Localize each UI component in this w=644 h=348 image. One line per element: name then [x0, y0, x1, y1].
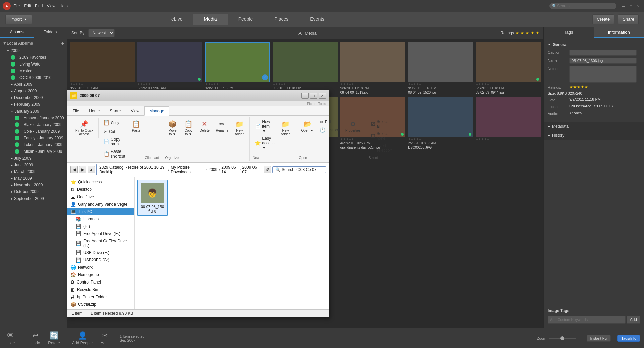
sidebar-item-micah[interactable]: Micah - January 2009	[0, 148, 67, 155]
fe-tree-item-8[interactable]: 💾FreeAgent GoFlex Drive (L:)	[67, 237, 134, 249]
tags-info-button[interactable]: Tags/Info	[617, 335, 640, 342]
fe-refresh-button[interactable]: ↺	[264, 166, 271, 173]
ribbon-tab-home[interactable]: Home	[84, 106, 105, 115]
ribbon-easyaccess-btn[interactable]: ⭐ Easy access ▼	[252, 135, 277, 151]
fe-tree-item-11[interactable]: 🌐Network	[67, 264, 134, 271]
caption-input[interactable]	[569, 50, 637, 56]
sidebar-item-december-2009[interactable]: ▶ December 2009	[0, 94, 67, 101]
history-header[interactable]: ▶ History	[544, 131, 644, 140]
sidebar-tab-albums[interactable]: Albums	[0, 27, 34, 38]
create-button[interactable]: Create	[592, 14, 614, 24]
path-part-2[interactable]: My Picture Downloads	[171, 165, 204, 174]
fe-up-button[interactable]: ▲	[88, 166, 95, 173]
ribbon-pasteshortcut-btn[interactable]: 📋 Paste shortcut	[101, 148, 128, 160]
path-part-5[interactable]: 2009 06 07	[242, 165, 259, 174]
sidebar-item-march-2009[interactable]: ▶ March 2009	[0, 168, 67, 175]
right-tab-tags[interactable]: Tags	[544, 27, 594, 38]
menu-file[interactable]: File	[13, 4, 20, 8]
fe-tree-item-13[interactable]: ⚙Control Panel	[67, 278, 134, 286]
ribbon-copy-btn[interactable]: 📋 Copy	[101, 118, 128, 127]
undo-tool[interactable]: ↩ Undo	[29, 331, 42, 345]
ribbon-copyto-btn[interactable]: 📋 Copyto ▼	[181, 118, 196, 138]
ribbon-moveto-btn[interactable]: 📦 Moveto ▼	[165, 118, 180, 138]
share-button[interactable]: Share	[618, 14, 639, 24]
fe-maximize-button[interactable]: □	[310, 93, 317, 99]
ribbon-tab-manage[interactable]: Manage	[144, 106, 169, 116]
ribbon-newfolder2-btn[interactable]: 📁 Newfolder	[278, 118, 293, 151]
tab-elive[interactable]: eLive	[160, 14, 193, 25]
ribbon-delete-btn[interactable]: ✕ Delete	[197, 118, 212, 138]
sidebar-item-october-2009[interactable]: ▶ October 2009	[0, 188, 67, 195]
tags-input[interactable]	[548, 316, 626, 324]
name-input[interactable]	[569, 58, 637, 64]
ribbon-newfolder-btn[interactable]: 📁 Newfolder	[232, 118, 247, 138]
ribbon-selectall-btn[interactable]: ☑ Select all	[369, 118, 395, 130]
sidebar-item-living-water[interactable]: Living Water	[0, 61, 67, 68]
fe-tree-item-1[interactable]: 🖥Desktop	[67, 186, 134, 193]
sidebar-item-may-2009[interactable]: ▶ May 2009	[0, 175, 67, 182]
ribbon-tab-view[interactable]: View	[126, 106, 144, 115]
sidebar-item-february-2009[interactable]: ▶ February 2009	[0, 101, 67, 108]
sidebar-item-2009[interactable]: ▼ 2009	[0, 47, 67, 54]
close-button[interactable]: ✕	[635, 3, 641, 9]
fe-tree-item-0[interactable]: ⭐Quick access	[67, 178, 134, 186]
ribbon-open-btn[interactable]: 📂 Open ▼	[299, 118, 316, 134]
sidebar-item-amaya[interactable]: Amaya - January 2009	[0, 115, 67, 121]
rotate-tool[interactable]: 🔄 Rotate	[47, 331, 61, 345]
sidebar-tab-folders[interactable]: Folders	[34, 27, 67, 38]
sidebar-item-november-2009[interactable]: ▶ November 2009	[0, 182, 67, 188]
ribbon-edit-btn[interactable]: ✏ Edit	[317, 118, 341, 126]
ribbon-properties-btn[interactable]: ⚙ Properties	[343, 118, 363, 134]
sidebar-item-april-2009[interactable]: ▶ April 2009	[0, 81, 67, 88]
sidebar-item-mexico[interactable]: Mexico	[0, 68, 67, 74]
section-plus-icon[interactable]: +	[61, 41, 64, 46]
tab-places[interactable]: Places	[264, 14, 299, 25]
fe-close-button[interactable]: ✕	[319, 93, 326, 99]
sidebar-item-loken[interactable]: Loken - January 2009	[0, 141, 67, 148]
action-tool[interactable]: ✂ Ac...	[98, 331, 111, 345]
fe-tree-item-3[interactable]: 👤Gary and Amy Vande Vegte	[67, 201, 134, 208]
ribbon-tab-file[interactable]: File	[67, 106, 84, 115]
sidebar-item-blake[interactable]: Blake - January 2009	[0, 121, 67, 128]
ribbon-rename-btn[interactable]: ✏ Rename	[213, 118, 231, 138]
fe-tree-item-9[interactable]: 💾USB Drive (F:)	[67, 249, 134, 256]
fe-tree-item-5[interactable]: 📚Libraries	[67, 215, 134, 223]
star-icon-4[interactable]: ★	[531, 31, 534, 35]
add-people-tool[interactable]: 👤 Add People	[72, 331, 93, 345]
zoom-slider[interactable]	[549, 338, 576, 339]
fe-address-path[interactable]: 2329 Catalog Restore of 2001 10 19 BackU…	[96, 164, 262, 175]
path-part-1[interactable]: 2329 Catalog Restore of 2001 10 19 BackU…	[99, 165, 167, 174]
sidebar-section-header[interactable]: ▼ Local Albums +	[0, 39, 67, 47]
fe-forward-button[interactable]: ▶	[79, 166, 86, 173]
maximize-button[interactable]: □	[628, 3, 634, 9]
import-button[interactable]: Import ▼	[5, 15, 32, 24]
tags-add-button[interactable]: Add	[627, 316, 640, 324]
photo-item-2[interactable]: ✓★★★★★9/9/2011 11:18 PM06-07-08_1306.jpg	[205, 42, 270, 94]
ribbon-copypath-btn[interactable]: 📄 Copy path	[101, 136, 128, 147]
fe-search-input[interactable]	[282, 167, 319, 172]
photo-item-6[interactable]: ★★★★★9/9/2011 11:18 PM05-02-09_0944.jpg	[476, 42, 541, 94]
fe-tree-item-6[interactable]: 💾(H:)	[67, 223, 134, 230]
fe-tree-item-2[interactable]: ☁OneDrive	[67, 193, 134, 201]
photo-item-4[interactable]: ★★★★★9/9/2011 11:18 PM08-04-09_1519.jpg	[340, 42, 405, 94]
sidebar-item-june-2009[interactable]: ▶ June 2009	[0, 162, 67, 168]
fe-tree-item-7[interactable]: 💾FreeAgent Drive (E:)	[67, 230, 134, 237]
photo-item-5[interactable]: ★★★★★9/9/2011 11:18 PM08-04-09_1520.jpg	[408, 42, 473, 94]
instant-fix-button[interactable]: Instant Fix	[587, 335, 611, 342]
photo-item-1[interactable]: ★★★★★9/22/2011 9:07 AM2010 Feb 25 JV BB …	[137, 42, 202, 94]
sidebar-item-2009-favorites[interactable]: 2009 Favorites	[0, 54, 67, 61]
tab-media[interactable]: Media	[193, 14, 228, 25]
sidebar-item-family[interactable]: Family - January 2009	[0, 135, 67, 141]
ribbon-invertsel-btn[interactable]: ⇄ Invert selection	[369, 142, 395, 154]
photo-item-3[interactable]: ★★★★★9/9/2011 11:18 PM07-04-09_1820.jpg	[273, 42, 337, 94]
sidebar-item-january-2009[interactable]: ▼ January 2009	[0, 108, 67, 115]
star-icon-5[interactable]: ★	[536, 31, 539, 35]
fe-content[interactable]: 👦06-07-08_1306.jpg	[135, 177, 329, 309]
photo-item-13[interactable]: ★★★★★	[476, 97, 541, 149]
fe-tree-item-16[interactable]: 📦CStrial.zip	[67, 301, 134, 308]
app-search[interactable]: 🔍	[549, 3, 616, 9]
fe-tree-item-10[interactable]: 💾USB20FD (G:)	[67, 256, 134, 264]
path-part-3[interactable]: 2009	[209, 167, 218, 172]
ribbon-newitem-btn[interactable]: 📄 New item ▼	[252, 118, 277, 134]
menu-edit[interactable]: Edit	[24, 4, 31, 8]
